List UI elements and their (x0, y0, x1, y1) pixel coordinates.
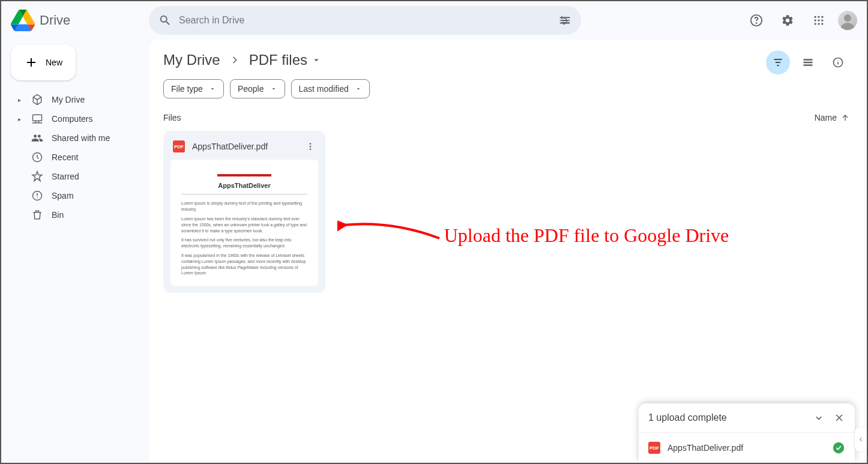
sidebar-item-label: Shared with me (52, 133, 110, 143)
pdf-icon: PDF (648, 442, 660, 454)
chevron-right-icon (229, 54, 241, 66)
sidebar-item-label: Bin (52, 210, 64, 220)
sidebar-item-label: Starred (52, 172, 79, 181)
sidebar-item-starred[interactable]: Starred (11, 167, 139, 186)
sidebar-item-spam[interactable]: Spam (11, 186, 139, 205)
sidebar-item-computers[interactable]: ▸ Computers (11, 109, 139, 128)
svg-rect-23 (804, 64, 813, 66)
support-button[interactable] (744, 8, 768, 32)
expand-icon[interactable]: ▸ (18, 97, 23, 103)
chevron-left-icon (857, 436, 864, 443)
sidebar-item-my-drive[interactable]: ▸ My Drive (11, 90, 139, 109)
new-button[interactable]: New (11, 44, 76, 80)
svg-rect-18 (33, 115, 42, 121)
toast-title: 1 upload complete (648, 412, 727, 423)
account-avatar[interactable] (838, 11, 857, 30)
apps-grid-icon (813, 14, 825, 26)
svg-point-13 (821, 19, 823, 21)
new-button-label: New (46, 58, 62, 67)
svg-rect-3 (566, 19, 567, 22)
svg-rect-0 (560, 17, 570, 18)
sidebar-item-shared[interactable]: Shared with me (11, 128, 139, 148)
pdf-icon: PDF (173, 140, 185, 152)
sort-label: Name (815, 113, 837, 122)
chip-label: People (238, 84, 264, 94)
svg-rect-5 (563, 22, 564, 25)
svg-rect-21 (804, 59, 813, 61)
spam-icon (31, 190, 43, 202)
info-icon (832, 56, 844, 68)
svg-point-26 (310, 146, 312, 148)
search-bar[interactable] (149, 6, 581, 35)
svg-rect-22 (804, 62, 813, 64)
svg-point-25 (310, 143, 312, 145)
svg-rect-4 (560, 23, 570, 23)
svg-rect-2 (560, 20, 570, 20)
chip-file-type[interactable]: File type (163, 79, 224, 98)
svg-point-27 (310, 148, 312, 150)
help-icon (750, 14, 763, 27)
sidebar-item-label: My Drive (52, 95, 85, 104)
chip-label: Last modified (299, 84, 349, 94)
expand-icon[interactable]: ▸ (18, 116, 23, 122)
file-name: AppsThatDeliver.pdf (192, 142, 298, 151)
svg-point-17 (844, 14, 851, 22)
svg-point-16 (821, 23, 823, 25)
sidebar: New ▸ My Drive ▸ Computers Shared with m… (1, 40, 149, 463)
svg-point-11 (815, 19, 816, 21)
chip-label: File type (171, 84, 203, 94)
info-button[interactable] (826, 50, 850, 74)
caret-down-icon (209, 85, 216, 92)
list-view-button[interactable] (796, 50, 820, 74)
apps-button[interactable] (807, 8, 831, 32)
avatar-icon (838, 11, 857, 30)
upload-toast: 1 upload complete PDF AppsThatDeliver.pd… (639, 403, 855, 463)
svg-rect-1 (562, 16, 562, 19)
more-options-icon[interactable] (305, 141, 316, 152)
filter-chips: File type People Last modified (163, 79, 850, 98)
chevron-down-icon[interactable] (813, 412, 825, 424)
preview-title: AppsThatDeliver (181, 181, 307, 194)
list-view-icon (802, 56, 814, 68)
settings-button[interactable] (776, 8, 800, 32)
sidebar-item-bin[interactable]: Bin (11, 205, 139, 224)
filter-toggle-button[interactable] (766, 50, 790, 74)
bin-icon (31, 209, 43, 221)
close-icon[interactable] (833, 412, 845, 424)
breadcrumb-root[interactable]: My Drive (163, 52, 220, 68)
shared-icon (31, 132, 43, 144)
sort-button[interactable]: Name (815, 113, 850, 122)
header-actions (744, 8, 857, 32)
toast-item-name: AppsThatDeliver.pdf (668, 443, 743, 453)
filter-icon (772, 56, 784, 68)
star-icon (31, 170, 43, 182)
search-options-icon[interactable] (558, 14, 571, 27)
toast-header: 1 upload complete (639, 403, 855, 432)
arrow-up-icon (840, 113, 850, 122)
svg-point-8 (815, 16, 816, 18)
toast-item[interactable]: PDF AppsThatDeliver.pdf (639, 432, 855, 463)
chip-people[interactable]: People (230, 79, 285, 98)
caret-down-icon (311, 55, 322, 65)
section-header: Files Name (163, 113, 850, 122)
svg-point-15 (818, 23, 819, 25)
file-card[interactable]: PDF AppsThatDeliver.pdf AppsThatDeliver … (163, 131, 325, 293)
main-content: My Drive PDF files File type (149, 40, 864, 463)
caret-down-icon (355, 85, 362, 92)
view-toolbar (766, 50, 850, 74)
breadcrumb-current[interactable]: PDF files (249, 52, 322, 68)
logo-area[interactable]: Drive (11, 8, 149, 32)
svg-point-12 (818, 19, 819, 21)
gear-icon (781, 14, 794, 27)
file-grid: PDF AppsThatDeliver.pdf AppsThatDeliver … (163, 131, 850, 293)
plus-icon (24, 55, 38, 70)
svg-point-9 (818, 16, 819, 18)
sidebar-item-recent[interactable]: Recent (11, 148, 139, 167)
side-panel-toggle[interactable] (855, 427, 867, 451)
search-input[interactable] (179, 15, 551, 26)
svg-point-10 (821, 16, 823, 18)
sidebar-item-label: Spam (52, 191, 74, 200)
chip-last-modified[interactable]: Last modified (291, 79, 370, 98)
breadcrumb: My Drive PDF files (163, 52, 850, 68)
svg-point-7 (756, 23, 757, 23)
